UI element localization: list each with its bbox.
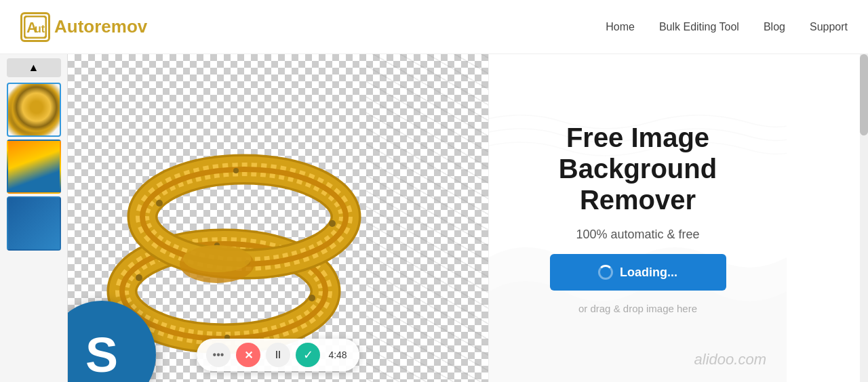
thumbnail-item-blue[interactable] bbox=[7, 196, 61, 251]
svg-point-7 bbox=[136, 274, 142, 281]
avatar-letter: S bbox=[85, 331, 118, 379]
canvas-area[interactable]: ••• ✕ ⏸ ✓ 4:48 S bbox=[68, 54, 488, 382]
main-content: ▲ bbox=[0, 54, 868, 382]
logo-auto: Autoremov bbox=[54, 16, 147, 37]
chevron-up-icon: ▲ bbox=[28, 62, 39, 74]
loading-spinner bbox=[598, 265, 613, 280]
right-panel: Free Image Background Remover 100% autom… bbox=[488, 54, 787, 382]
canvas-decoration bbox=[366, 54, 488, 382]
header: A ut Autoremov Home Bulk Editing Tool Bl… bbox=[0, 0, 868, 54]
hero-title-line3: Remover bbox=[580, 185, 696, 215]
svg-point-17 bbox=[233, 168, 239, 173]
pause-button[interactable]: ⏸ bbox=[266, 343, 290, 367]
nav-home[interactable]: Home bbox=[606, 21, 635, 33]
svg-point-8 bbox=[309, 295, 315, 301]
logo-box: A ut bbox=[20, 12, 50, 42]
timer: 4:48 bbox=[326, 349, 350, 360]
watermark: alidoo.com bbox=[694, 351, 766, 368]
svg-point-20 bbox=[183, 245, 251, 272]
hero-content: Free Image Background Remover 100% autom… bbox=[550, 122, 726, 314]
svg-point-15 bbox=[156, 200, 163, 207]
confirm-button[interactable]: ✓ bbox=[296, 343, 320, 367]
hero-title-line2: Background bbox=[559, 154, 717, 184]
main-nav: Home Bulk Editing Tool Blog Support bbox=[606, 21, 848, 33]
hero-subtitle: 100% automatic & free bbox=[576, 228, 699, 242]
more-options-button[interactable]: ••• bbox=[206, 343, 231, 367]
logo[interactable]: A ut Autoremov bbox=[20, 12, 147, 42]
hero-title: Free Image Background Remover bbox=[559, 122, 717, 215]
scrollbar-thumb[interactable] bbox=[860, 54, 868, 135]
loading-button[interactable]: Loading... bbox=[550, 254, 726, 291]
nav-blog[interactable]: Blog bbox=[764, 21, 785, 33]
toolbar: ••• ✕ ⏸ ✓ 4:48 bbox=[197, 339, 359, 371]
nav-support[interactable]: Support bbox=[810, 21, 848, 33]
hero-title-line1: Free Image bbox=[566, 123, 709, 152]
thumbnail-scroll-up[interactable]: ▲ bbox=[7, 58, 61, 77]
svg-text:ut: ut bbox=[35, 23, 45, 35]
drop-text: or drag & drop image here bbox=[578, 303, 697, 314]
thumbnail-item-deity[interactable] bbox=[7, 140, 61, 194]
thumbnail-item-bangles[interactable] bbox=[7, 83, 61, 137]
loading-button-label: Loading... bbox=[620, 266, 677, 280]
thumbnail-sidebar: ▲ bbox=[0, 54, 68, 382]
scrollbar[interactable] bbox=[860, 54, 868, 382]
svg-point-16 bbox=[329, 220, 336, 227]
nav-bulk-editing[interactable]: Bulk Editing Tool bbox=[659, 21, 739, 33]
close-button[interactable]: ✕ bbox=[236, 343, 260, 367]
